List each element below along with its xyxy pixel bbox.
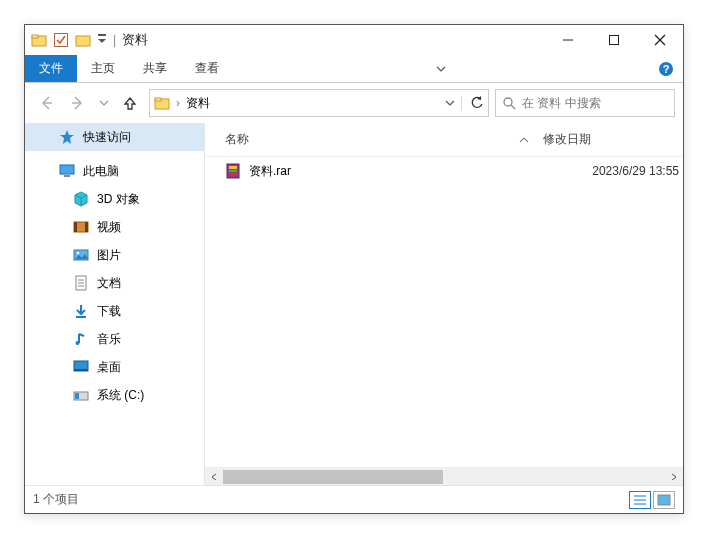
svg-rect-21: [85, 222, 88, 232]
status-item-count: 1 个项目: [33, 491, 79, 508]
scroll-thumb[interactable]: [223, 470, 443, 484]
titlebar: | 资料: [25, 25, 683, 55]
qat-checkbox-icon[interactable]: [53, 32, 69, 48]
tab-file[interactable]: 文件: [25, 55, 77, 82]
column-date[interactable]: 修改日期: [543, 131, 683, 148]
svg-rect-35: [229, 166, 237, 169]
sidebar-item-quick-access[interactable]: 快速访问: [25, 123, 204, 151]
search-icon: [502, 96, 516, 110]
tab-share[interactable]: 共享: [129, 55, 181, 82]
svg-rect-4: [98, 34, 106, 36]
window-title: 资料: [122, 31, 148, 49]
pc-icon: [59, 163, 75, 179]
sidebar-label: 音乐: [97, 331, 121, 348]
address-dropdown-icon[interactable]: [445, 98, 455, 108]
svg-rect-31: [74, 369, 88, 371]
sidebar-label: 图片: [97, 247, 121, 264]
sidebar-item-music[interactable]: 音乐: [25, 325, 204, 353]
svg-rect-2: [55, 34, 68, 47]
nav-back-button[interactable]: [33, 90, 59, 116]
address-crumb[interactable]: 资料: [186, 95, 439, 112]
cube-icon: [73, 191, 89, 207]
view-mode-thumbnails[interactable]: [653, 491, 675, 509]
tab-view[interactable]: 查看: [181, 55, 233, 82]
tab-home-label: 主页: [91, 60, 115, 77]
svg-point-23: [77, 252, 80, 255]
svg-rect-36: [229, 170, 237, 172]
svg-rect-20: [74, 222, 77, 232]
star-icon: [59, 129, 75, 145]
maximize-button[interactable]: [591, 25, 637, 55]
desktop-icon: [73, 359, 89, 375]
search-box[interactable]: 在 资料 中搜索: [495, 89, 675, 117]
document-icon: [73, 275, 89, 291]
horizontal-scrollbar[interactable]: [205, 467, 683, 485]
tab-view-label: 查看: [195, 60, 219, 77]
file-row[interactable]: 资料.rar 2023/6/29 13:55: [205, 157, 683, 185]
statusbar: 1 个项目: [25, 485, 683, 513]
sidebar-label: 3D 对象: [97, 191, 140, 208]
sidebar-label: 文档: [97, 275, 121, 292]
svg-rect-14: [155, 98, 161, 101]
scroll-left-button[interactable]: [205, 468, 223, 486]
nav-history-dropdown[interactable]: [97, 90, 111, 116]
sidebar-label: 系统 (C:): [97, 387, 144, 404]
video-icon: [73, 219, 89, 235]
sidebar-item-system-c[interactable]: 系统 (C:): [25, 381, 204, 409]
svg-point-29: [76, 341, 80, 345]
sidebar-label: 快速访问: [83, 129, 131, 146]
column-name[interactable]: 名称: [205, 131, 519, 148]
svg-line-16: [511, 105, 515, 109]
picture-icon: [73, 247, 89, 263]
search-placeholder: 在 资料 中搜索: [522, 95, 601, 112]
qat-folder-icon[interactable]: [75, 32, 91, 48]
body: 快速访问 此电脑 3D 对象 视频 图片 文档: [25, 123, 683, 485]
sidebar-item-this-pc[interactable]: 此电脑: [25, 157, 204, 185]
sort-indicator-icon[interactable]: [519, 135, 543, 145]
explorer-window: | 资料 文件 主页 共享 查看 ?: [24, 24, 684, 514]
tab-share-label: 共享: [143, 60, 167, 77]
nav-up-button[interactable]: [117, 90, 143, 116]
file-name-cell: 资料.rar: [205, 163, 543, 180]
column-name-label: 名称: [225, 132, 249, 146]
column-date-label: 修改日期: [543, 132, 591, 146]
sidebar-label: 桌面: [97, 359, 121, 376]
help-button[interactable]: ?: [655, 55, 683, 82]
svg-rect-6: [610, 36, 619, 45]
sidebar-item-downloads[interactable]: 下载: [25, 297, 204, 325]
svg-rect-41: [658, 495, 670, 505]
sidebar-item-desktop[interactable]: 桌面: [25, 353, 204, 381]
svg-point-15: [504, 98, 512, 106]
address-bar[interactable]: › 资料: [149, 89, 489, 117]
svg-rect-17: [60, 165, 74, 174]
svg-rect-3: [76, 36, 90, 46]
sidebar-item-documents[interactable]: 文档: [25, 269, 204, 297]
sidebar-item-3d-objects[interactable]: 3D 对象: [25, 185, 204, 213]
rar-icon: [225, 163, 241, 179]
window-controls: [545, 25, 683, 55]
ribbon-chevron-icon[interactable]: [430, 55, 458, 82]
sidebar-label: 此电脑: [83, 163, 119, 180]
scroll-right-button[interactable]: [665, 468, 683, 486]
close-button[interactable]: [637, 25, 683, 55]
download-icon: [73, 303, 89, 319]
nav-forward-button[interactable]: [65, 90, 91, 116]
minimize-button[interactable]: [545, 25, 591, 55]
scroll-track[interactable]: [223, 468, 665, 486]
sidebar-label: 视频: [97, 219, 121, 236]
address-folder-icon: [154, 95, 170, 111]
view-modes: [629, 491, 675, 509]
drive-icon: [73, 387, 89, 403]
view-mode-details[interactable]: [629, 491, 651, 509]
sidebar-item-pictures[interactable]: 图片: [25, 241, 204, 269]
titlebar-left: | 资料: [25, 31, 148, 49]
navbar: › 资料 在 资料 中搜索: [25, 83, 683, 123]
sidebar-item-videos[interactable]: 视频: [25, 213, 204, 241]
svg-text:?: ?: [663, 63, 670, 75]
column-headers: 名称 修改日期: [205, 123, 683, 157]
file-name: 资料.rar: [249, 163, 291, 180]
svg-rect-33: [75, 393, 79, 399]
refresh-button[interactable]: [461, 96, 484, 110]
tab-home[interactable]: 主页: [77, 55, 129, 82]
qat-dropdown-icon[interactable]: [97, 33, 107, 47]
